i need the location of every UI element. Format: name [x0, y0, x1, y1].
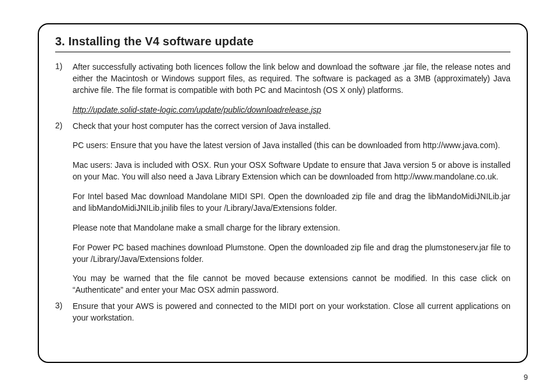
section-title: 3. Installing the V4 software update: [55, 35, 510, 52]
step-2-para-1: Check that your host computer has the co…: [73, 121, 510, 132]
page: 3. Installing the V4 software update Aft…: [0, 0, 554, 392]
step-1: After successfully activating both licen…: [55, 62, 510, 116]
step-2-para-5: Please note that Mandolane make a small …: [73, 222, 510, 234]
step-2: Check that your host computer has the co…: [55, 121, 510, 297]
step-2-para-6: For Power PC based machines download Plu…: [73, 242, 510, 265]
download-link[interactable]: http://update.solid-state-logic.com/upda…: [73, 105, 321, 114]
step-2-para-2: PC users: Ensure that you have the lates…: [73, 140, 510, 152]
step-1-link-para: http://update.solid-state-logic.com/upda…: [73, 105, 510, 116]
step-3: Ensure that your AWS is powered and conn…: [55, 301, 510, 324]
content-box: 3. Installing the V4 software update Aft…: [38, 23, 528, 363]
page-number: 9: [524, 373, 528, 382]
step-2-para-7: You may be warned that the file cannot b…: [73, 273, 510, 296]
steps-list: After successfully activating both licen…: [55, 62, 510, 324]
step-3-para-1: Ensure that your AWS is powered and conn…: [73, 301, 510, 324]
step-1-para-1: After successfully activating both licen…: [73, 62, 510, 96]
step-2-para-3: Mac users: Java is included with OSX. Ru…: [73, 160, 510, 183]
step-2-para-4: For Intel based Mac download Mandolane M…: [73, 191, 510, 214]
